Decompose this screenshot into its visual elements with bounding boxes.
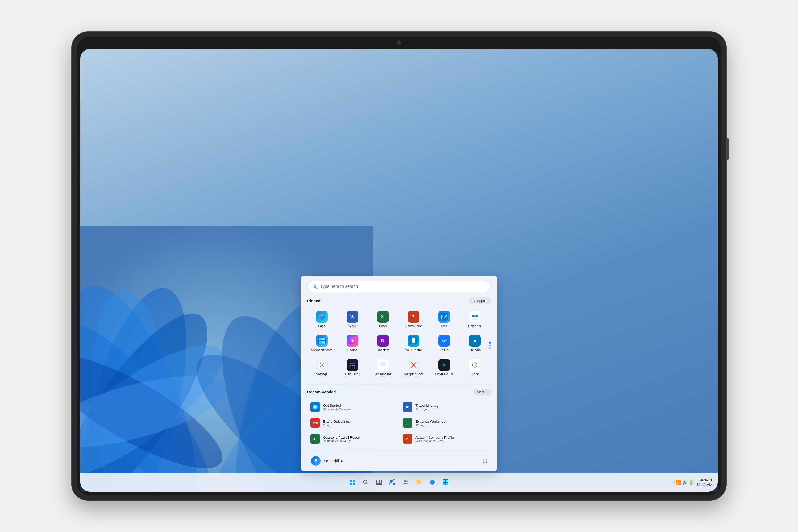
app-item-mail[interactable]: Mail — [430, 308, 459, 331]
system-clock[interactable]: 10/20/21 11:11 AM — [697, 477, 712, 487]
rec-item-adatum[interactable]: P Adatum Company Profile Yesterday at 1:… — [400, 432, 491, 446]
whiteboard-label: Whiteboard — [375, 373, 391, 376]
app-item-settings[interactable]: Settings — [307, 357, 336, 379]
adatum-text: Adatum Company Profile Yesterday at 1:15… — [416, 435, 454, 443]
svg-rect-57 — [382, 366, 384, 367]
svg-text:N: N — [381, 339, 384, 343]
svg-rect-31 — [322, 341, 325, 344]
search-input[interactable] — [320, 284, 486, 289]
dot-2 — [489, 345, 491, 346]
taskbar-edge-button[interactable] — [426, 476, 438, 488]
adatum-icon: P — [403, 434, 412, 444]
svg-rect-39 — [413, 342, 414, 343]
svg-text:X: X — [381, 315, 384, 319]
svg-text:W: W — [405, 405, 409, 409]
user-avatar: S — [311, 456, 321, 466]
svg-rect-96 — [443, 480, 445, 482]
app-item-clock[interactable]: Clock — [460, 357, 489, 379]
edge-icon — [316, 311, 328, 323]
calculator-label: Calculator — [345, 373, 359, 376]
rec-item-brand[interactable]: PDF Brand Guidelines 2h ago — [307, 416, 398, 431]
taskbar-start-button[interactable] — [347, 476, 358, 488]
svg-rect-49 — [354, 365, 355, 366]
mail-label: Mail — [441, 324, 447, 328]
brand-text: Brand Guidelines 2h ago — [323, 419, 350, 427]
app-item-phone[interactable]: Your Phone — [399, 332, 428, 355]
system-time: 11:11 AM — [697, 482, 712, 487]
taskbar-teams-button[interactable] — [400, 476, 412, 488]
svg-rect-54 — [380, 363, 386, 366]
svg-text:20: 20 — [474, 317, 476, 320]
battery-icon: 🔋 — [689, 480, 694, 485]
svg-rect-80 — [350, 482, 352, 485]
pinned-title: Pinned — [307, 299, 321, 303]
taskbar-store-button[interactable] — [440, 476, 451, 488]
dot-3 — [489, 347, 491, 349]
mail-icon — [438, 311, 450, 323]
more-button[interactable]: More › — [474, 388, 491, 395]
app-item-excel[interactable]: X Excel — [368, 308, 397, 331]
get-started-text: Get Started Welcome to Windows — [323, 403, 352, 411]
app-item-linkedin[interactable]: in LinkedIn — [460, 332, 489, 355]
svg-rect-52 — [354, 366, 355, 369]
svg-text:X: X — [313, 437, 316, 441]
rec-item-payroll[interactable]: X Quarterly Payroll Report Yesterday at … — [307, 432, 398, 446]
app-item-movies[interactable]: Movies & TV — [430, 357, 459, 379]
chevron-up-icon[interactable]: ^ — [673, 480, 675, 484]
store-icon — [316, 335, 328, 347]
svg-rect-46 — [350, 363, 355, 364]
user-name: Sara Philips — [324, 459, 344, 463]
svg-rect-86 — [376, 483, 382, 484]
rec-item-get-started[interactable]: Get Started Welcome to Windows — [307, 400, 398, 414]
excel-label: Excel — [379, 324, 387, 328]
todo-label: To Do — [440, 348, 448, 352]
onenote-label: OneNote — [376, 348, 389, 352]
snipping-icon — [408, 359, 419, 371]
svg-rect-99 — [446, 482, 448, 484]
svg-rect-47 — [350, 365, 351, 366]
app-item-powerpoint[interactable]: P PowerPoint — [399, 308, 428, 331]
clock-icon — [469, 359, 481, 371]
rec-item-travel[interactable]: W Travel Itinerary 17m ago — [400, 400, 491, 414]
app-item-todo[interactable]: To Do — [430, 332, 459, 355]
svg-rect-40 — [440, 337, 448, 344]
app-item-edge[interactable]: Edge — [307, 308, 336, 331]
all-apps-button[interactable]: All apps › — [469, 298, 491, 304]
search-bar[interactable]: 🔍 — [307, 281, 491, 292]
app-item-whiteboard[interactable]: Whiteboard — [368, 357, 397, 379]
app-item-calculator[interactable]: Calculator — [338, 357, 367, 379]
app-item-snipping[interactable]: Snipping Tool — [399, 357, 428, 379]
photos-icon — [347, 335, 358, 347]
page-dots — [489, 308, 491, 383]
power-icon — [482, 458, 488, 464]
svg-rect-84 — [376, 480, 379, 483]
svg-rect-79 — [353, 480, 355, 482]
linkedin-icon: in — [469, 335, 481, 347]
app-item-word[interactable]: W Word — [338, 308, 367, 331]
app-item-calendar[interactable]: 2020 Calendar — [460, 308, 489, 331]
rec-item-expense[interactable]: X Expense Worksheet 12h ago — [400, 416, 491, 431]
get-started-icon — [310, 402, 320, 412]
svg-text:PDF: PDF — [313, 422, 318, 425]
power-button[interactable] — [480, 456, 490, 466]
settings-icon — [316, 359, 328, 371]
taskbar-explorer-button[interactable] — [413, 476, 425, 488]
tablet-device: 🔍 Pinned All apps › — [72, 32, 726, 500]
system-icons[interactable]: ^ 📶 🔊 🔋 — [673, 480, 694, 485]
user-info[interactable]: S Sara Philips — [308, 455, 346, 467]
taskbar-widgets-button[interactable] — [386, 476, 398, 488]
svg-line-83 — [366, 483, 368, 484]
dot-1 — [489, 342, 491, 344]
brand-icon: PDF — [310, 418, 320, 428]
expense-icon: X — [403, 418, 412, 428]
app-item-photos[interactable]: Photos — [338, 332, 367, 355]
clock-label: Clock — [471, 373, 478, 376]
recommended-grid: Get Started Welcome to Windows W Travel … — [307, 400, 491, 446]
recommended-section: Recommended More › — [307, 384, 491, 446]
linkedin-label: LinkedIn — [469, 348, 481, 352]
taskbar-search-button[interactable] — [360, 476, 372, 488]
app-item-onenote[interactable]: N OneNote — [368, 332, 397, 355]
app-item-store[interactable]: Microsoft Store — [307, 332, 336, 355]
taskbar-taskview-button[interactable] — [373, 476, 385, 488]
expense-text: Expense Worksheet 12h ago — [416, 419, 446, 427]
